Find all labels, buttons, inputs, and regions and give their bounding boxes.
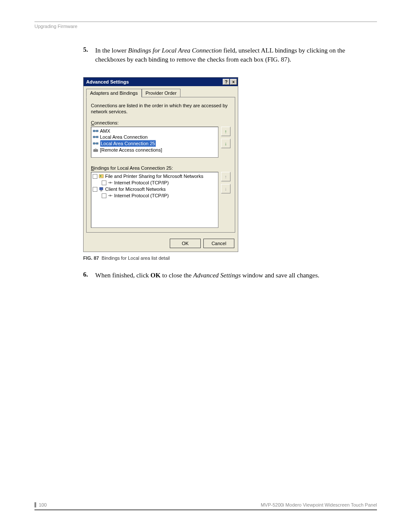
protocol-icon (107, 193, 113, 198)
svg-rect-0 (93, 130, 95, 132)
move-up-button[interactable]: ↑ (221, 127, 230, 136)
step-number: 6. (83, 271, 95, 280)
footer-rule (34, 509, 377, 510)
tab-provider-order[interactable]: Provider Order (142, 89, 181, 97)
page-number: 100 (34, 502, 47, 507)
tab-panel: Connections are listed in the order in w… (86, 97, 235, 233)
help-button[interactable]: ? (223, 79, 230, 85)
binding-item[interactable]: Client for Microsoft Networks (92, 186, 217, 193)
close-button[interactable]: × (230, 79, 237, 85)
svg-rect-3 (93, 136, 95, 138)
service-icon (98, 174, 104, 179)
product-name: MVP-5200i Modero Viewpoint Widescreen To… (261, 502, 377, 507)
list-item[interactable]: [Remote Access connections] (92, 147, 217, 153)
checkbox[interactable] (93, 187, 97, 192)
connections-label: Connections: (91, 120, 230, 125)
svg-rect-9 (93, 149, 98, 152)
titlebar: Advanced Settings ? × (84, 78, 238, 86)
list-item[interactable]: AMX (92, 128, 217, 134)
step-text: When finished, click OK to close the Adv… (95, 271, 319, 280)
move-up-button[interactable]: ↑ (221, 172, 230, 181)
dialog-title: Advanced Settings (86, 79, 129, 84)
network-icon (93, 141, 99, 146)
cancel-button[interactable]: Cancel (203, 239, 234, 248)
step-text: In the lower Bindings for Local Area Con… (95, 46, 359, 64)
checkbox[interactable] (102, 193, 106, 198)
page-footer: 100 MVP-5200i Modero Viewpoint Widescree… (34, 502, 377, 510)
binding-item[interactable]: File and Printer Sharing for Microsoft N… (92, 173, 217, 180)
checkbox[interactable] (93, 174, 97, 179)
step-5: 5. In the lower Bindings for Local Area … (83, 46, 359, 64)
network-icon (93, 128, 99, 134)
network-icon (93, 134, 99, 140)
connections-listbox[interactable]: AMX Local Area Connection (91, 127, 218, 158)
svg-rect-4 (96, 136, 98, 138)
bindings-label: Bindings for Local Area Connection 25: (91, 165, 230, 171)
remote-icon (93, 147, 99, 152)
list-item[interactable]: Local Area Connection 25 (92, 140, 217, 147)
advanced-settings-dialog: Advanced Settings ? × Adapters and Bindi… (83, 77, 238, 252)
svg-rect-13 (100, 190, 102, 191)
list-item[interactable]: Local Area Connection (92, 134, 217, 140)
svg-rect-7 (96, 143, 98, 144)
checkbox[interactable] (102, 180, 106, 185)
svg-rect-12 (100, 187, 103, 190)
description-text: Connections are listed in the order in w… (91, 103, 230, 115)
protocol-icon (107, 180, 113, 185)
tab-adapters-bindings[interactable]: Adapters and Bindings (86, 89, 142, 97)
figure-caption: FIG. 87 Bindings for Local area list det… (83, 255, 359, 261)
ok-button[interactable]: OK (170, 239, 201, 248)
client-icon (98, 187, 104, 192)
svg-rect-11 (100, 175, 101, 177)
tab-strip: Adapters and Bindings Provider Order (84, 86, 238, 97)
header-rule (34, 22, 377, 22)
step-6: 6. When finished, click OK to close the … (83, 271, 359, 280)
binding-item[interactable]: Internet Protocol (TCP/IP) (92, 180, 217, 186)
section-title: Upgrading Firmware (34, 24, 377, 29)
step-number: 5. (83, 46, 95, 64)
svg-rect-1 (96, 130, 98, 132)
bindings-listbox[interactable]: File and Printer Sharing for Microsoft N… (91, 172, 218, 228)
move-down-button[interactable]: ↓ (221, 139, 230, 148)
svg-rect-6 (93, 143, 95, 144)
binding-item[interactable]: Internet Protocol (TCP/IP) (92, 193, 217, 199)
move-down-button[interactable]: ↓ (221, 184, 230, 193)
